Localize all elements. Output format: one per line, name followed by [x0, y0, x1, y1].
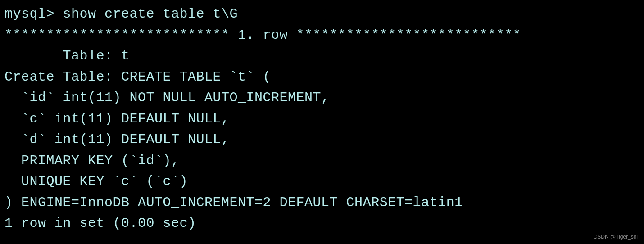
terminal-output[interactable]: mysql> show create table t\G************… [5, 4, 639, 234]
unique-key-line: UNIQUE KEY `c` (`c`) [5, 171, 639, 192]
table-name-line: Table: t [5, 45, 639, 67]
column-c-line: `c` int(11) DEFAULT NULL, [5, 108, 639, 130]
primary-key-line: PRIMARY KEY (`id`), [5, 150, 639, 172]
row-separator: *************************** 1. row *****… [5, 25, 639, 46]
watermark-text: CSDN @Tiger_shl [594, 233, 638, 241]
column-id-line: `id` int(11) NOT NULL AUTO_INCREMENT, [5, 87, 639, 108]
result-summary-line: 1 row in set (0.00 sec) [5, 213, 639, 234]
create-table-header: Create Table: CREATE TABLE `t` ( [5, 67, 639, 88]
column-d-line: `d` int(11) DEFAULT NULL, [5, 129, 639, 150]
engine-charset-line: ) ENGINE=InnoDB AUTO_INCREMENT=2 DEFAULT… [5, 192, 639, 213]
prompt-line: mysql> show create table t\G [5, 4, 639, 25]
